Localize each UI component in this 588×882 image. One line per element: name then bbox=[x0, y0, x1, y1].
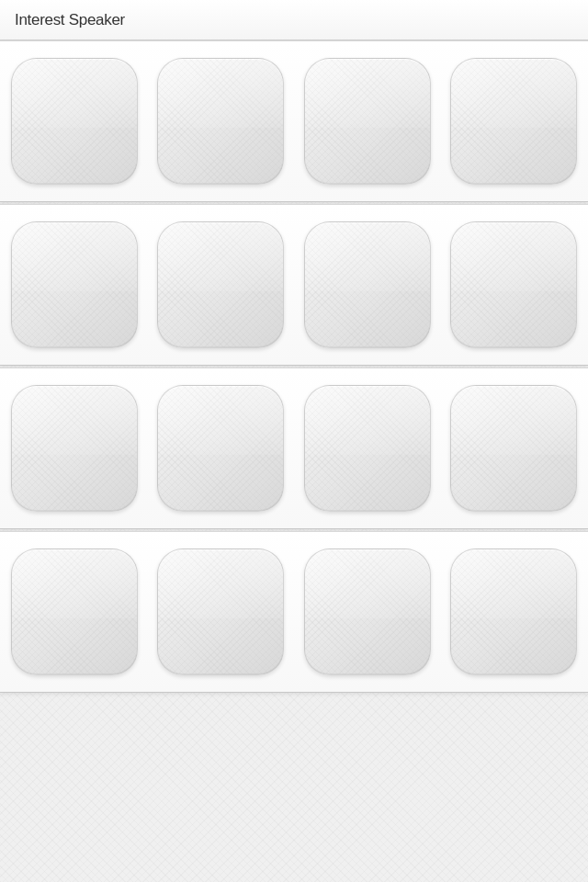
icon-grid-3 bbox=[11, 385, 577, 512]
app-icon-1-1[interactable] bbox=[11, 58, 138, 185]
page-title: Interest Speaker bbox=[15, 11, 125, 29]
app-icon-3-4[interactable] bbox=[450, 385, 577, 512]
app-icon-4-3[interactable] bbox=[304, 548, 431, 675]
app-icon-2-1[interactable] bbox=[11, 221, 138, 348]
icon-row-4 bbox=[0, 531, 588, 693]
app-icon-2-3[interactable] bbox=[304, 221, 431, 348]
app-icon-1-4[interactable] bbox=[450, 58, 577, 185]
icon-grid-1 bbox=[11, 58, 577, 185]
icon-grid-4 bbox=[11, 548, 577, 675]
app-icon-3-3[interactable] bbox=[304, 385, 431, 512]
icon-grid-2 bbox=[11, 221, 577, 348]
icon-row-2 bbox=[0, 204, 588, 366]
app-icon-1-2[interactable] bbox=[157, 58, 284, 185]
icon-row-1 bbox=[0, 40, 588, 202]
icon-row-3 bbox=[0, 368, 588, 529]
header: Interest Speaker bbox=[0, 0, 588, 40]
app-icon-3-1[interactable] bbox=[11, 385, 138, 512]
app-icon-2-2[interactable] bbox=[157, 221, 284, 348]
page-wrapper: Interest Speaker bbox=[0, 0, 588, 882]
app-icon-4-2[interactable] bbox=[157, 548, 284, 675]
app-icon-3-2[interactable] bbox=[157, 385, 284, 512]
app-icon-4-4[interactable] bbox=[450, 548, 577, 675]
app-icon-2-4[interactable] bbox=[450, 221, 577, 348]
app-icon-1-3[interactable] bbox=[304, 58, 431, 185]
app-icon-4-1[interactable] bbox=[11, 548, 138, 675]
